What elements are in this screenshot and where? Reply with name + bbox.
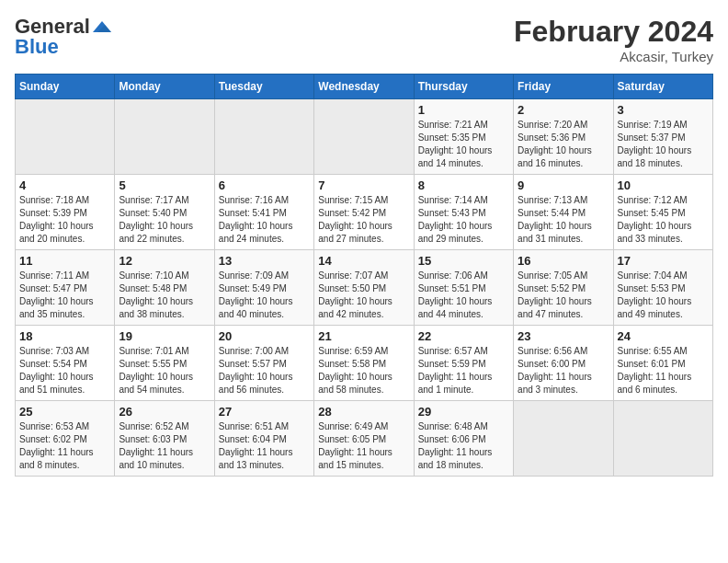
day-info: Sunrise: 7:17 AM Sunset: 5:40 PM Dayligh… — [119, 194, 210, 246]
logo-icon — [93, 19, 111, 34]
day-info: Sunrise: 7:19 AM Sunset: 5:37 PM Dayligh… — [618, 119, 709, 170]
calendar-day: 1Sunrise: 7:21 AM Sunset: 5:35 PM Daylig… — [414, 99, 513, 175]
day-number: 4 — [19, 178, 110, 192]
day-info: Sunrise: 7:15 AM Sunset: 5:42 PM Dayligh… — [318, 194, 409, 246]
calendar-day: 22Sunrise: 6:57 AM Sunset: 5:59 PM Dayli… — [414, 326, 513, 401]
day-info: Sunrise: 7:04 AM Sunset: 5:53 PM Dayligh… — [618, 270, 709, 321]
day-number: 7 — [318, 178, 409, 192]
calendar-day: 27Sunrise: 6:51 AM Sunset: 6:04 PM Dayli… — [214, 401, 313, 477]
col-header-wednesday: Wednesday — [314, 75, 414, 99]
day-number: 25 — [19, 405, 110, 419]
calendar-day: 9Sunrise: 7:13 AM Sunset: 5:44 PM Daylig… — [514, 175, 613, 250]
day-info: Sunrise: 7:05 AM Sunset: 5:52 PM Dayligh… — [518, 270, 609, 321]
calendar-day: 14Sunrise: 7:07 AM Sunset: 5:50 PM Dayli… — [314, 250, 414, 326]
day-number: 16 — [518, 254, 609, 268]
calendar-day: 3Sunrise: 7:19 AM Sunset: 5:37 PM Daylig… — [613, 99, 712, 175]
calendar-day — [314, 99, 414, 175]
calendar-header-row: SundayMondayTuesdayWednesdayThursdayFrid… — [16, 75, 713, 99]
day-number: 17 — [618, 254, 709, 268]
calendar-day: 18Sunrise: 7:03 AM Sunset: 5:54 PM Dayli… — [16, 326, 115, 401]
col-header-friday: Friday — [514, 75, 613, 99]
day-number: 13 — [219, 254, 310, 268]
day-info: Sunrise: 6:51 AM Sunset: 6:04 PM Dayligh… — [219, 420, 310, 472]
col-header-saturday: Saturday — [613, 75, 712, 99]
day-info: Sunrise: 6:57 AM Sunset: 5:59 PM Dayligh… — [418, 345, 509, 396]
logo: General Blue — [15, 15, 111, 59]
page-header: General Blue February 2024 Akcasir, Turk… — [15, 15, 713, 64]
day-info: Sunrise: 7:10 AM Sunset: 5:48 PM Dayligh… — [119, 270, 210, 321]
day-number: 8 — [418, 178, 509, 192]
calendar-week-row: 25Sunrise: 6:53 AM Sunset: 6:02 PM Dayli… — [16, 401, 713, 477]
calendar-day: 11Sunrise: 7:11 AM Sunset: 5:47 PM Dayli… — [16, 250, 115, 326]
day-number: 29 — [418, 405, 509, 419]
day-info: Sunrise: 7:01 AM Sunset: 5:55 PM Dayligh… — [119, 345, 210, 396]
day-info: Sunrise: 7:00 AM Sunset: 5:57 PM Dayligh… — [219, 345, 310, 396]
day-number: 27 — [219, 405, 310, 419]
day-info: Sunrise: 6:48 AM Sunset: 6:06 PM Dayligh… — [418, 420, 509, 472]
calendar-day: 17Sunrise: 7:04 AM Sunset: 5:53 PM Dayli… — [613, 250, 712, 326]
day-number: 9 — [518, 178, 609, 192]
day-number: 28 — [318, 405, 409, 419]
day-info: Sunrise: 7:11 AM Sunset: 5:47 PM Dayligh… — [19, 270, 110, 321]
day-number: 6 — [219, 178, 310, 192]
day-number: 5 — [119, 178, 210, 192]
day-number: 14 — [318, 254, 409, 268]
calendar-day: 12Sunrise: 7:10 AM Sunset: 5:48 PM Dayli… — [115, 250, 214, 326]
col-header-monday: Monday — [115, 75, 214, 99]
calendar-day: 28Sunrise: 6:49 AM Sunset: 6:05 PM Dayli… — [314, 401, 414, 477]
calendar-day: 2Sunrise: 7:20 AM Sunset: 5:36 PM Daylig… — [514, 99, 613, 175]
day-info: Sunrise: 7:18 AM Sunset: 5:39 PM Dayligh… — [19, 194, 110, 246]
day-info: Sunrise: 6:56 AM Sunset: 6:00 PM Dayligh… — [518, 345, 609, 396]
calendar-day: 21Sunrise: 6:59 AM Sunset: 5:58 PM Dayli… — [314, 326, 414, 401]
calendar-week-row: 1Sunrise: 7:21 AM Sunset: 5:35 PM Daylig… — [16, 99, 713, 175]
calendar-day: 23Sunrise: 6:56 AM Sunset: 6:00 PM Dayli… — [514, 326, 613, 401]
day-info: Sunrise: 7:13 AM Sunset: 5:44 PM Dayligh… — [518, 194, 609, 246]
day-number: 21 — [318, 329, 409, 343]
day-info: Sunrise: 7:21 AM Sunset: 5:35 PM Dayligh… — [418, 119, 509, 170]
day-info: Sunrise: 7:07 AM Sunset: 5:50 PM Dayligh… — [318, 270, 409, 321]
calendar-day — [16, 99, 115, 175]
day-info: Sunrise: 6:55 AM Sunset: 6:01 PM Dayligh… — [618, 345, 709, 396]
subtitle: Akcasir, Turkey — [514, 49, 713, 64]
calendar-week-row: 4Sunrise: 7:18 AM Sunset: 5:39 PM Daylig… — [16, 175, 713, 250]
calendar-week-row: 11Sunrise: 7:11 AM Sunset: 5:47 PM Dayli… — [16, 250, 713, 326]
col-header-sunday: Sunday — [16, 75, 115, 99]
day-info: Sunrise: 7:14 AM Sunset: 5:43 PM Dayligh… — [418, 194, 509, 246]
calendar-day: 16Sunrise: 7:05 AM Sunset: 5:52 PM Dayli… — [514, 250, 613, 326]
day-number: 2 — [518, 103, 609, 117]
calendar-day — [115, 99, 214, 175]
calendar-week-row: 18Sunrise: 7:03 AM Sunset: 5:54 PM Dayli… — [16, 326, 713, 401]
main-title: February 2024 — [514, 15, 713, 49]
day-info: Sunrise: 7:03 AM Sunset: 5:54 PM Dayligh… — [19, 345, 110, 396]
calendar-day: 20Sunrise: 7:00 AM Sunset: 5:57 PM Dayli… — [214, 326, 313, 401]
day-number: 3 — [618, 103, 709, 117]
day-number: 10 — [618, 178, 709, 192]
day-info: Sunrise: 6:53 AM Sunset: 6:02 PM Dayligh… — [19, 420, 110, 472]
day-number: 22 — [418, 329, 509, 343]
day-info: Sunrise: 7:12 AM Sunset: 5:45 PM Dayligh… — [618, 194, 709, 246]
calendar-day: 29Sunrise: 6:48 AM Sunset: 6:06 PM Dayli… — [414, 401, 513, 477]
calendar-day: 7Sunrise: 7:15 AM Sunset: 5:42 PM Daylig… — [314, 175, 414, 250]
day-number: 19 — [119, 329, 210, 343]
calendar-day: 13Sunrise: 7:09 AM Sunset: 5:49 PM Dayli… — [214, 250, 313, 326]
day-number: 18 — [19, 329, 110, 343]
calendar-day: 4Sunrise: 7:18 AM Sunset: 5:39 PM Daylig… — [16, 175, 115, 250]
calendar-day: 24Sunrise: 6:55 AM Sunset: 6:01 PM Dayli… — [613, 326, 712, 401]
day-info: Sunrise: 7:20 AM Sunset: 5:36 PM Dayligh… — [518, 119, 609, 170]
day-number: 1 — [418, 103, 509, 117]
calendar-day: 25Sunrise: 6:53 AM Sunset: 6:02 PM Dayli… — [16, 401, 115, 477]
col-header-tuesday: Tuesday — [214, 75, 313, 99]
day-number: 26 — [119, 405, 210, 419]
day-number: 11 — [19, 254, 110, 268]
day-info: Sunrise: 6:49 AM Sunset: 6:05 PM Dayligh… — [318, 420, 409, 472]
calendar-day: 26Sunrise: 6:52 AM Sunset: 6:03 PM Dayli… — [115, 401, 214, 477]
logo-blue: Blue — [15, 35, 59, 59]
calendar-day: 6Sunrise: 7:16 AM Sunset: 5:41 PM Daylig… — [214, 175, 313, 250]
col-header-thursday: Thursday — [414, 75, 513, 99]
calendar-day: 5Sunrise: 7:17 AM Sunset: 5:40 PM Daylig… — [115, 175, 214, 250]
day-number: 23 — [518, 329, 609, 343]
calendar-table: SundayMondayTuesdayWednesdayThursdayFrid… — [15, 74, 713, 477]
day-info: Sunrise: 7:16 AM Sunset: 5:41 PM Dayligh… — [219, 194, 310, 246]
day-number: 12 — [119, 254, 210, 268]
day-number: 15 — [418, 254, 509, 268]
